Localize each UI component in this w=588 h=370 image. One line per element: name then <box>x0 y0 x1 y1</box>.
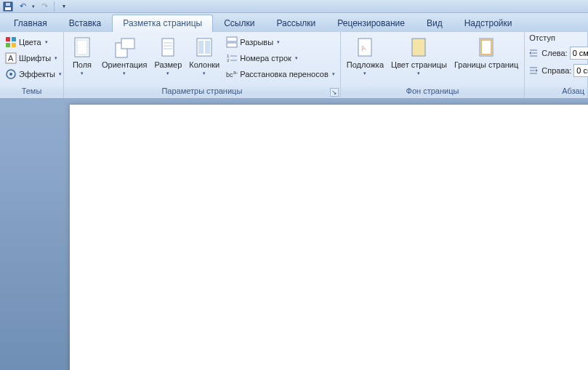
chevron-down-icon: ▾ <box>277 39 280 45</box>
svg-rect-6 <box>12 43 16 47</box>
fonts-label: Шрифты <box>19 54 51 63</box>
indent-right-icon <box>528 65 539 76</box>
undo-dropdown-icon[interactable]: ▾ <box>31 1 36 12</box>
tab-mailings[interactable]: Рассылки <box>265 15 326 32</box>
chevron-down-icon: ▾ <box>123 69 126 78</box>
hyphenation-icon: bca- <box>226 68 238 80</box>
group-paragraph: Отступ Слева: ▲▼ Справа: ▲▼ <box>525 32 588 98</box>
colors-icon <box>5 36 17 48</box>
indent-left-input[interactable] <box>571 49 588 57</box>
margins-icon <box>71 36 94 59</box>
svg-text:A: A <box>8 54 14 63</box>
svg-rect-4 <box>12 37 16 41</box>
svg-text:a-: a- <box>233 70 238 75</box>
fonts-button[interactable]: A Шрифты ▾ <box>3 50 60 66</box>
group-paragraph-label: Абзац <box>525 87 587 98</box>
indent-right-spinner[interactable]: ▲▼ <box>573 64 588 77</box>
line-numbers-button[interactable]: 12 Номера строк ▾ <box>224 50 337 66</box>
redo-icon[interactable]: ↷ <box>38 1 51 12</box>
undo-icon[interactable]: ↶ <box>16 1 29 12</box>
group-page-background: A Подложка ▾ Цвет страницы ▾ Границы стр… <box>341 32 525 98</box>
columns-label: Колонки <box>189 60 220 69</box>
effects-button[interactable]: Эффекты ▾ <box>3 66 60 82</box>
breaks-button[interactable]: Разрывы ▾ <box>224 34 337 50</box>
page-setup-launcher-icon[interactable]: ↘ <box>330 88 339 97</box>
svg-rect-32 <box>412 39 425 56</box>
page-borders-label: Границы страниц <box>454 60 518 69</box>
chevron-down-icon: ▾ <box>45 39 48 45</box>
save-icon[interactable] <box>1 1 15 12</box>
line-numbers-icon: 12 <box>226 52 238 64</box>
indent-header: Отступ <box>528 33 584 44</box>
watermark-label: Подложка <box>347 60 384 69</box>
indent-left-icon <box>528 47 539 59</box>
group-themes-label: Темы <box>0 87 63 98</box>
svg-text:2: 2 <box>227 58 230 63</box>
chevron-down-icon: ▾ <box>166 69 169 78</box>
group-themes: Цвета ▾ A Шрифты ▾ Эффекты ▾ <box>0 32 64 98</box>
size-icon <box>156 36 180 59</box>
orientation-label: Ориентация <box>102 60 147 69</box>
indent-left-spinner[interactable]: ▲▼ <box>570 47 588 60</box>
size-button[interactable]: Размер ▾ <box>151 34 185 87</box>
hyphenation-button[interactable]: bca- Расстановка переносов ▾ <box>224 66 337 82</box>
indent-right-label: Справа: <box>541 66 571 75</box>
svg-rect-15 <box>162 39 174 56</box>
page-color-label: Цвет страницы <box>391 60 447 69</box>
margins-button[interactable]: Поля ▾ <box>67 34 97 87</box>
svg-rect-23 <box>227 43 237 47</box>
chevron-down-icon: ▾ <box>363 69 366 78</box>
orientation-icon <box>113 36 136 59</box>
ribbon: Цвета ▾ A Шрифты ▾ Эффекты ▾ <box>0 32 588 99</box>
tab-insert[interactable]: Вставка <box>58 15 113 32</box>
tab-page-layout[interactable]: Разметка страницы <box>112 15 213 32</box>
orientation-button[interactable]: Ориентация ▾ <box>99 34 150 87</box>
margins-label: Поля <box>73 60 92 69</box>
colors-button[interactable]: Цвета ▾ <box>3 34 60 50</box>
page-color-button[interactable]: Цвет страницы ▾ <box>388 34 450 87</box>
svg-rect-20 <box>198 41 204 54</box>
page-borders-icon <box>475 36 498 59</box>
svg-rect-22 <box>227 37 237 41</box>
group-page-setup-label: Параметры страницы ↘ <box>64 87 340 98</box>
chevron-down-icon: ▾ <box>295 55 298 61</box>
svg-rect-14 <box>121 39 134 49</box>
line-numbers-label: Номера строк <box>240 54 291 63</box>
tab-references[interactable]: Ссылки <box>213 15 265 32</box>
group-page-setup: Поля ▾ Ориентация ▾ Размер ▾ <box>64 32 341 98</box>
page-borders-button[interactable]: Границы страниц <box>451 34 521 87</box>
chevron-down-icon: ▾ <box>332 71 335 77</box>
columns-button[interactable]: Колонки ▾ <box>186 34 222 87</box>
colors-label: Цвета <box>19 38 41 47</box>
fonts-icon: A <box>5 52 17 64</box>
tab-home[interactable]: Главная <box>3 15 58 32</box>
chevron-down-icon: ▾ <box>55 55 57 61</box>
watermark-icon: A <box>353 36 376 59</box>
effects-icon <box>5 68 17 80</box>
chevron-down-icon: ▾ <box>203 69 206 78</box>
chevron-down-icon: ▾ <box>417 69 420 78</box>
chevron-down-icon: ▾ <box>59 71 62 77</box>
document-page[interactable] <box>70 105 588 370</box>
page-color-icon <box>407 36 430 59</box>
qat-customize-icon[interactable]: ▾ <box>57 1 71 12</box>
svg-text:bc: bc <box>226 71 233 79</box>
svg-rect-21 <box>205 41 210 54</box>
svg-rect-3 <box>6 37 10 41</box>
document-area <box>0 99 588 370</box>
size-label: Размер <box>154 60 182 69</box>
svg-point-10 <box>9 73 12 76</box>
ribbon-tabs: Главная Вставка Разметка страницы Ссылки… <box>0 13 588 32</box>
group-page-background-label: Фон страницы <box>341 87 525 98</box>
title-bar: ↶ ▾ ↷ ▾ <box>0 0 588 13</box>
indent-left-label: Слева: <box>541 49 567 57</box>
indent-right-input[interactable] <box>574 66 588 75</box>
tab-view[interactable]: Вид <box>416 15 454 32</box>
tab-addins[interactable]: Надстройки <box>454 15 523 32</box>
svg-rect-5 <box>6 43 10 47</box>
watermark-button[interactable]: A Подложка ▾ <box>344 34 387 87</box>
svg-rect-2 <box>6 3 10 6</box>
effects-label: Эффекты <box>19 70 55 79</box>
tab-review[interactable]: Рецензирование <box>326 15 416 32</box>
columns-icon <box>193 36 216 59</box>
